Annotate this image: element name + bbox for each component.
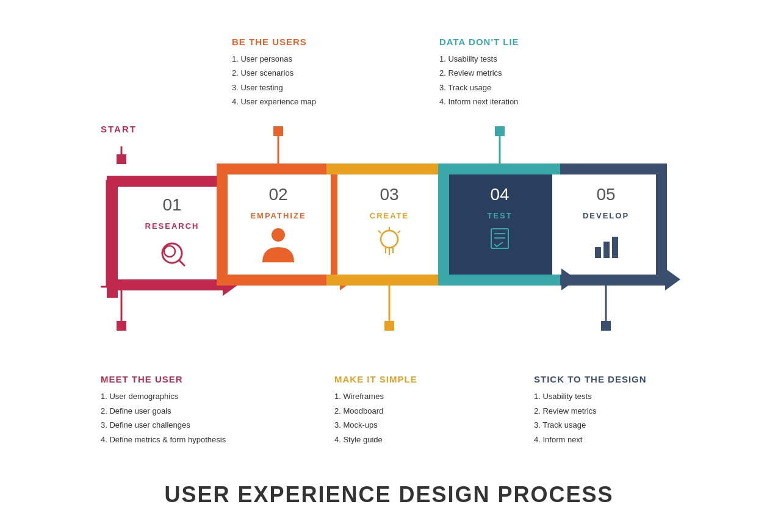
svg-text:01: 01: [162, 195, 181, 214]
svg-rect-19: [273, 126, 283, 136]
svg-rect-30: [326, 164, 452, 174]
svg-text:DEVELOP: DEVELOP: [583, 211, 629, 220]
svg-text:04: 04: [490, 185, 509, 204]
svg-rect-46: [495, 126, 505, 136]
diagram-svg: 01 RESEARCH 02 EMPATHIZE 03 CREATE: [0, 0, 778, 532]
svg-text:03: 03: [380, 185, 398, 204]
svg-rect-48: [438, 164, 449, 286]
svg-text:02: 02: [268, 185, 287, 204]
svg-rect-47: [438, 164, 563, 174]
svg-rect-23: [217, 275, 342, 286]
svg-text:CREATE: CREATE: [370, 211, 409, 220]
svg-rect-68: [601, 321, 611, 331]
svg-rect-32: [326, 275, 452, 286]
svg-rect-57: [560, 164, 667, 174]
svg-text:05: 05: [596, 185, 615, 204]
svg-rect-6: [107, 176, 226, 187]
svg-rect-21: [217, 164, 228, 286]
svg-rect-49: [438, 275, 563, 286]
svg-text:TEST: TEST: [487, 211, 512, 220]
svg-rect-20: [217, 164, 342, 174]
svg-rect-59: [560, 275, 667, 286]
svg-rect-8: [107, 279, 226, 290]
svg-rect-1: [117, 154, 126, 164]
svg-rect-17: [117, 321, 126, 331]
svg-marker-60: [665, 268, 680, 290]
svg-rect-58: [656, 164, 667, 286]
svg-rect-66: [612, 237, 618, 258]
svg-rect-64: [595, 247, 601, 258]
svg-text:EMPATHIZE: EMPATHIZE: [250, 211, 306, 220]
svg-rect-44: [384, 321, 394, 331]
svg-rect-65: [603, 242, 610, 258]
svg-point-28: [272, 228, 285, 242]
svg-text:RESEARCH: RESEARCH: [145, 221, 200, 231]
